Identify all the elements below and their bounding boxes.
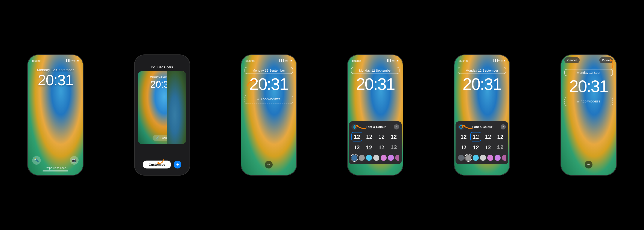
font-option-8[interactable]: 12 bbox=[388, 143, 399, 152]
close-icon2[interactable]: × bbox=[500, 124, 506, 129]
phone4-date-text: Monday 12 September bbox=[354, 69, 397, 72]
font2-num-2: 12 bbox=[473, 134, 479, 140]
font2-num-4: 12 bbox=[497, 134, 504, 140]
status-icons: ▐▐▐ WiFi ■ bbox=[65, 59, 78, 62]
font-num-4: 12 bbox=[390, 134, 397, 140]
add-widgets-box[interactable]: ⊕ ADD WIDGETS bbox=[244, 95, 293, 104]
signal-icon: ▐▐▐ bbox=[65, 59, 70, 62]
phone3-status-icons: ▐▐▐ WiFi ■ bbox=[279, 59, 292, 62]
font2-option-5[interactable]: 12 bbox=[458, 143, 469, 152]
phone5-status-icons: ▐▐▐ WiFi ■ bbox=[493, 59, 505, 62]
customise-button[interactable]: Customise bbox=[143, 161, 171, 169]
font2-num-1: 12 bbox=[460, 134, 467, 140]
color-swatch-4[interactable] bbox=[373, 155, 379, 161]
font2-option-3[interactable]: 12 bbox=[482, 132, 494, 142]
font-option-6[interactable]: 12 bbox=[364, 143, 374, 152]
phone6-time[interactable]: 20:31 bbox=[561, 76, 616, 96]
color-swatch2-6[interactable] bbox=[494, 155, 500, 161]
font-grid2: 12 12 12 12 12 12 12 bbox=[458, 132, 506, 152]
customise-bar: Customise + bbox=[134, 161, 190, 169]
font2-option-4[interactable]: 12 bbox=[495, 132, 506, 142]
font-picker-header: 🌐 Font & Colour × bbox=[352, 124, 399, 130]
phone4-signal: ▐▐▐ WiFi ■ bbox=[386, 59, 398, 62]
phone4-date-box[interactable]: Monday 12 September bbox=[351, 67, 400, 74]
font2-num-7: 12 bbox=[485, 144, 491, 151]
font-num-7: 12 bbox=[379, 144, 384, 151]
phone1-status-bar: plusnet ▐▐▐ WiFi ■ bbox=[28, 55, 83, 64]
color-swatch-row2 bbox=[458, 154, 506, 162]
dot-2 bbox=[159, 81, 160, 83]
phone2-collections: COLLECTIONS Monday 12 September 20:31 🔗 … bbox=[134, 54, 190, 176]
collections-title: COLLECTIONS bbox=[134, 66, 190, 69]
phone6-three-dots[interactable]: ··· bbox=[585, 161, 592, 169]
color-swatch2-3[interactable] bbox=[473, 155, 479, 161]
color-swatch-6[interactable] bbox=[388, 155, 394, 161]
edit-date-text: Monday 12 September bbox=[247, 69, 290, 72]
color-swatch2-2[interactable] bbox=[466, 155, 472, 161]
phone6-add-widgets-label: ADD WIDGETS bbox=[581, 100, 600, 103]
color-swatch2-1[interactable] bbox=[458, 155, 464, 161]
phone5-time[interactable]: 20:31 bbox=[454, 74, 510, 94]
font2-num-5: 12 bbox=[461, 144, 466, 151]
font-option-5[interactable]: 12 bbox=[352, 143, 362, 152]
font-grid: 12 12 12 12 12 12 12 bbox=[352, 132, 399, 152]
globe-icon[interactable]: 🌐 bbox=[352, 124, 358, 130]
font-option-1[interactable]: 12 bbox=[352, 132, 362, 142]
bottom-icons-row: 🔦 📷 bbox=[28, 156, 83, 165]
cancel-button[interactable]: Cancel bbox=[564, 57, 580, 63]
font-option-7[interactable]: 12 bbox=[376, 143, 387, 152]
close-icon[interactable]: × bbox=[394, 124, 399, 129]
phone4-time[interactable]: 20:31 bbox=[348, 74, 403, 94]
color-swatch2-5[interactable] bbox=[487, 155, 493, 161]
font2-option-7[interactable]: 12 bbox=[482, 143, 494, 152]
globe-icon2[interactable]: 🌐 bbox=[458, 124, 464, 130]
font2-option-6[interactable]: 12 bbox=[470, 143, 481, 152]
phone3-wifi-icon: WiFi bbox=[285, 59, 289, 62]
color-swatch2-4[interactable] bbox=[480, 155, 486, 161]
font-num-5: 12 bbox=[354, 144, 360, 151]
phone6-date-text: Monday 12 Sept bbox=[567, 71, 610, 74]
done-button[interactable]: Done bbox=[599, 57, 613, 63]
font-num-1: 12 bbox=[354, 134, 360, 140]
carrier-label: plusnet bbox=[32, 59, 41, 62]
battery-icon: ■ bbox=[77, 59, 79, 62]
phone6-add-widgets-text: ⊕ ADD WIDGETS bbox=[567, 100, 610, 103]
font2-option-2[interactable]: 12 bbox=[470, 132, 481, 142]
font2-option-1[interactable]: 12 bbox=[458, 132, 469, 142]
font2-num-3: 12 bbox=[485, 134, 491, 140]
font-picker-title: Font & Colour bbox=[358, 125, 394, 129]
edit-date-box[interactable]: Monday 12 September bbox=[244, 67, 293, 74]
dot-3 bbox=[162, 81, 163, 83]
color-swatch-7[interactable] bbox=[395, 155, 399, 161]
phone4-status-icons: ▐▐▐ WiFi ■ bbox=[386, 59, 398, 62]
three-dots-button[interactable]: ··· bbox=[265, 161, 273, 169]
color-swatch-1[interactable] bbox=[352, 155, 358, 161]
phone3-status-bar: plusnet ▐▐▐ WiFi ■ bbox=[241, 55, 296, 64]
font2-option-8[interactable]: 12 bbox=[495, 143, 506, 152]
font-option-3[interactable]: 12 bbox=[376, 132, 387, 142]
color-swatch2-7[interactable] bbox=[502, 155, 506, 161]
add-button[interactable]: + bbox=[174, 161, 182, 169]
add-widgets-label: ADD WIDGETS bbox=[261, 98, 280, 101]
cancel-done-bar: Cancel Done bbox=[564, 57, 613, 63]
font2-num-6: 12 bbox=[473, 144, 479, 151]
phone6-date-box[interactable]: Monday 12 Sept bbox=[564, 69, 613, 76]
camera-icon[interactable]: 📷 bbox=[70, 156, 78, 165]
color-swatch-5[interactable] bbox=[380, 155, 386, 161]
phone3-signal-icon: ▐▐▐ bbox=[279, 59, 284, 62]
font-option-2[interactable]: 12 bbox=[364, 132, 374, 142]
phone6-add-widgets-box[interactable]: ⊕ ADD WIDGETS bbox=[564, 97, 613, 106]
color-swatch-2[interactable] bbox=[359, 155, 365, 161]
edit-time[interactable]: 20:31 bbox=[241, 74, 296, 94]
font-num-6: 12 bbox=[366, 144, 372, 151]
lockscreen-date: Monday 12 September bbox=[37, 68, 74, 72]
color-swatch-3[interactable] bbox=[366, 155, 372, 161]
swipe-label: Swipe up to open bbox=[45, 166, 66, 170]
phone3-carrier: plusnet bbox=[246, 59, 254, 62]
flashlight-icon[interactable]: 🔦 bbox=[32, 156, 41, 165]
font-option-4[interactable]: 12 bbox=[388, 132, 399, 142]
phone5-font-picker2: plusnet ▐▐▐ WiFi ■ Monday 12 September 2… bbox=[454, 54, 510, 176]
phone1-lockscreen: plusnet ▐▐▐ WiFi ■ Monday 12 September 2… bbox=[27, 54, 84, 176]
lockscreen-content: Monday 12 September 20:31 bbox=[28, 68, 83, 88]
phone5-date-box[interactable]: Monday 12 September bbox=[458, 67, 506, 74]
